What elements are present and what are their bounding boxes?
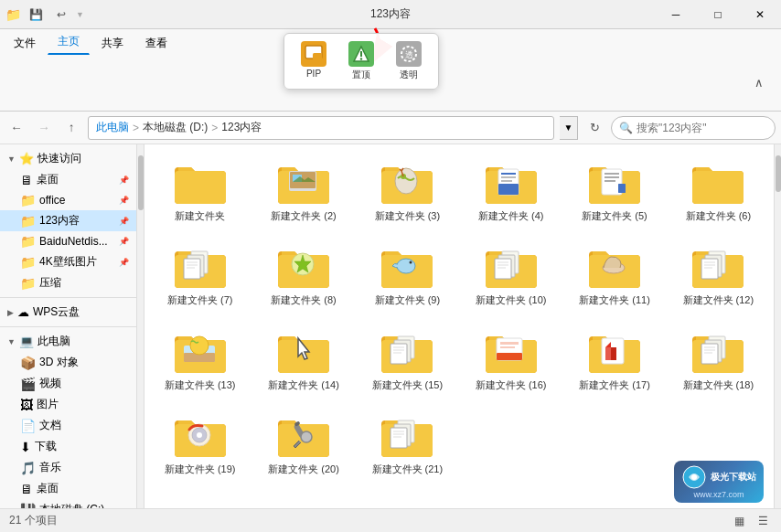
file-item-11[interactable]: 新建文件夹 (11) [566,236,662,313]
search-box: 🔍 [611,116,776,140]
view-list-btn[interactable]: ☰ [754,512,772,530]
quickaccess-icon: ⭐ [19,152,34,165]
file-item-10[interactable]: 新建文件夹 (10) [463,236,559,313]
tab-home[interactable]: 主页 [48,29,90,55]
sidebar-item-baidu-label: BaiduNetdis... [39,235,108,248]
file-item-8[interactable]: 新建文件夹 (8) [255,236,351,313]
view-grid-btn[interactable]: ▦ [730,512,748,530]
file-scroll-thumb[interactable] [776,155,781,192]
file-item-15[interactable]: 新建文件夹 (15) [359,321,455,398]
file-item-17[interactable]: 新建文件夹 (17) [566,321,662,398]
path-dropdown-btn[interactable]: ▼ [560,116,578,140]
sidebar-item-pictures[interactable]: 🖼 图片 [0,394,136,415]
file-item-21[interactable]: 新建文件夹 (21) [359,405,455,482]
refresh-button[interactable]: ↻ [583,117,605,139]
title-undo-btn[interactable]: ↩ [50,4,72,26]
tab-view[interactable]: 查看 [135,31,177,55]
tab-share[interactable]: 共享 [91,31,134,55]
desktop-icon: 🖥 [20,173,33,187]
watermark-logo-row: 极光下载站 [681,464,756,490]
title-icon: 📁 [5,7,21,22]
reset-label: 置顶 [352,69,370,81]
status-bar-right: ▦ ☰ [730,512,772,530]
title-sep: ▼ [76,10,84,19]
sidebar-item-zip[interactable]: 📁 压缩 [0,272,136,293]
sidebar-3d-label: 3D 对象 [39,355,79,370]
folder-label-20: 新建文件夹 (20) [268,463,339,475]
minimize-button[interactable]: ─ [655,0,697,29]
address-path[interactable]: 此电脑 > 本地磁盘 (D:) > 123内容 [88,116,554,140]
folder-icon-15 [378,327,436,375]
file-item-7[interactable]: 新建文件夹 (7) [152,236,248,313]
file-item-18[interactable]: 新建文件夹 (18) [670,321,766,398]
file-item-3[interactable]: 新建文件夹 (3) [359,152,455,229]
svg-rect-40 [495,259,511,279]
sidebar-item-123[interactable]: 📁 123内容 📌 [0,210,136,231]
sidebar-item-desktop2[interactable]: 🖥 桌面 [0,478,136,499]
sidebar-item-docs[interactable]: 📄 文档 [0,415,136,436]
folder-label-1: 新建文件夹 [175,209,225,222]
folder-icon-5 [585,158,644,206]
folder-icon-6 [689,158,747,206]
pin-icon-office: 📌 [119,196,129,205]
transparent-button[interactable]: 透 透明 [387,37,431,85]
close-button[interactable]: ✕ [739,0,781,29]
svg-rect-25 [604,180,615,182]
folder-label-16: 新建文件夹 (16) [476,378,547,391]
sidebar-item-desktop[interactable]: 🖥 桌面 📌 [0,169,136,190]
title-bar-icons: 📁 💾 ↩ ▼ [0,4,84,26]
sidebar-quickaccess-header[interactable]: ▼ ⭐ 快速访问 [0,148,136,169]
file-item-16[interactable]: 新建文件夹 (16) [463,321,559,398]
title-save-btn[interactable]: 💾 [25,4,47,26]
search-input[interactable] [637,122,765,134]
file-item-5[interactable]: 新建文件夹 (5) [566,152,662,229]
sidebar-item-music[interactable]: 🎵 音乐 [0,457,136,478]
maximize-button[interactable]: □ [697,0,739,29]
file-item-6[interactable]: 新建文件夹 (6) [670,152,766,229]
sidebar-scrollbar[interactable] [137,144,144,508]
pip-button[interactable]: PIP [292,37,336,85]
office-folder-icon: 📁 [20,193,36,207]
pictures-icon: 🖼 [20,398,33,412]
file-item-19[interactable]: 新建文件夹 (19) [152,405,248,482]
sidebar-scroll-thumb[interactable] [138,155,144,210]
status-bar: 21 个项目 ▦ ☰ [0,508,781,532]
file-item-1[interactable]: 新建文件夹 [152,152,248,229]
file-item-4[interactable]: 新建文件夹 (4) [463,152,559,229]
wps-label: WPS云盘 [33,304,80,320]
file-item-12[interactable]: 新建文件夹 (12) [670,236,766,313]
forward-button[interactable]: → [33,117,55,139]
sidebar-item-downloads[interactable]: ⬇ 下载 [0,436,136,457]
folder-label-19: 新建文件夹 (19) [165,463,236,475]
3d-icon: 📦 [20,356,36,370]
sidebar-thispc-header[interactable]: ▼ 💻 此电脑 [0,331,136,352]
sidebar-item-office[interactable]: 📁 office 📌 [0,190,136,210]
sidebar-item-drivec[interactable]: 💾 本地磁盘 (C:) [0,499,136,508]
file-item-13[interactable]: 新建文件夹 (13) [152,321,248,398]
file-scrollbar[interactable] [774,144,781,508]
up-button[interactable]: ↑ [60,117,82,139]
sidebar-wps-header[interactable]: ▶ ☁ WPS云盘 [0,302,136,323]
file-item-9[interactable]: 新建文件夹 (9) [359,236,455,313]
tab-file[interactable]: 文件 [4,31,46,55]
folder-label-21: 新建文件夹 (21) [372,463,444,475]
sidebar-item-video[interactable]: 🎬 视频 [0,373,136,394]
file-item-14[interactable]: 新建文件夹 (14) [255,321,351,398]
svg-point-36 [397,259,415,273]
reset-button[interactable]: 置顶 [339,37,383,85]
file-item-2[interactable]: 新建文件夹 (2) [255,152,351,229]
sidebar-item-4k-label: 4K壁纸图片 [39,254,97,270]
pip-overlay: PIP 置顶 透 透明 [284,33,439,90]
svg-point-53 [190,336,209,355]
ribbon-collapse-btn[interactable]: ∧ [748,72,770,94]
svg-rect-2 [313,53,322,60]
sidebar-item-3d[interactable]: 📦 3D 对象 [0,352,136,373]
sidebar-item-baidu[interactable]: 📁 BaiduNetdis... 📌 [0,231,136,251]
transparent-icon: 透 [396,41,422,67]
file-item-20[interactable]: 新建文件夹 (20) [255,405,351,482]
back-button[interactable]: ← [5,117,27,139]
sidebar-item-4k[interactable]: 📁 4K壁纸图片 📌 [0,251,136,272]
watermark-logo-svg [681,464,707,490]
folder-label-5: 新建文件夹 (5) [582,209,647,222]
folder-icon-18 [689,327,747,375]
